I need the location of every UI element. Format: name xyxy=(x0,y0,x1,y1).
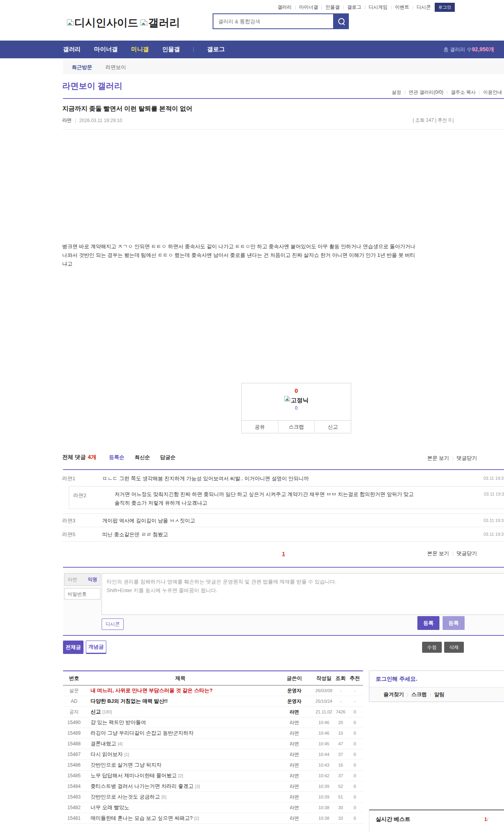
row-author[interactable]: 운영자 xyxy=(276,687,313,694)
post-link[interactable]: 갓반인으로 사는것도 궁금하고 xyxy=(91,794,160,800)
post-link[interactable]: 신고 xyxy=(91,709,101,715)
dccon-button[interactable]: 디시콘 xyxy=(102,618,124,630)
col-title: 제목 xyxy=(85,675,276,682)
vote-actions: 공유 스크랩 신고 xyxy=(242,420,351,433)
gallery-links: 설정 연관 갤러리(0/0) 갤주소 복사 이용안내 xyxy=(392,89,502,96)
comment-author[interactable]: 라면5 xyxy=(62,531,75,538)
delete-button[interactable]: 삭제 xyxy=(444,642,464,653)
site-logo[interactable]: 디시인사이드갤러리 xyxy=(67,16,180,30)
realtime-best-pager[interactable]: 1/ xyxy=(484,817,488,822)
row-author[interactable]: 라면 xyxy=(276,751,313,758)
report-button[interactable]: 신고 xyxy=(314,421,351,433)
comment-author[interactable]: 라면1 xyxy=(62,475,75,482)
vote-box: 0 고정닉 0 공유 스크랩 신고 xyxy=(241,383,351,433)
post-link[interactable]: 갓반인으로 살거면 그냥 뒤지자 xyxy=(91,762,161,768)
post-link[interactable]: 결론내렸고 xyxy=(91,741,116,747)
sort-replies[interactable]: 답글순 xyxy=(160,454,176,461)
topbar-link-event[interactable]: 이벤트 xyxy=(387,4,409,11)
row-author[interactable]: 라면 xyxy=(276,719,313,726)
comment-text-line: 저거면 어느정도 맞춰지긴함 진짜 하면 좆되니까 일단 하고 싶은거 시켜주고… xyxy=(115,491,414,498)
search-input[interactable] xyxy=(213,14,333,28)
post-link[interactable]: 노무 답답해서 제미나이한테 물어봤고 xyxy=(91,773,177,778)
comment-time: 03.11 19:3 xyxy=(484,476,504,481)
close-comments-link[interactable]: 댓글닫기 xyxy=(449,550,477,557)
comment-author[interactable]: 라면2 xyxy=(73,492,86,499)
topbar-link-dcgame[interactable]: 디시게임 xyxy=(361,4,387,11)
comment-submit-button[interactable]: 등록 xyxy=(417,616,439,630)
related-gallery-link[interactable]: 연관 갤러리(0/0) xyxy=(401,89,443,96)
comment-submit-button-secondary[interactable]: 등록 xyxy=(443,616,465,630)
close-comments-link[interactable]: 댓글닫기 xyxy=(449,455,477,462)
row-views: 33 xyxy=(335,816,346,821)
comments-total-label: 전체 댓글 xyxy=(62,454,86,461)
comment-author[interactable]: 라면3 xyxy=(62,517,75,524)
nav-item-minigal-active[interactable]: 미니갤 xyxy=(131,46,149,53)
comment-text: 띠닌 좆소같은덴 ㄹㄹ 첨봤고 xyxy=(102,531,168,538)
topbar-link-dccon[interactable]: 디시콘 xyxy=(409,4,431,11)
post-author[interactable]: 라면 xyxy=(62,117,72,124)
row-author[interactable]: 라면 xyxy=(276,794,313,800)
post-link[interactable]: 다양한 BJ의 거침없는 매력 발산!! xyxy=(91,698,168,704)
comment-name-field[interactable]: 라면 익명 xyxy=(64,573,100,586)
nav-item-gallog[interactable]: 갤로그 xyxy=(207,46,225,53)
page-title[interactable]: 라면보이 갤러리 xyxy=(62,80,122,91)
post-link[interactable]: 너무 오래 빨았노 xyxy=(91,804,129,810)
row-author[interactable]: 라면 xyxy=(276,815,313,822)
broken-image-icon xyxy=(141,19,147,26)
fixed-nick-label: 고정닉 xyxy=(291,397,309,403)
comment-page-1[interactable]: 1 xyxy=(282,551,285,557)
share-button[interactable]: 공유 xyxy=(242,421,278,433)
login-button[interactable]: 로그인 xyxy=(435,3,455,12)
nav-item-gallery[interactable]: 갤러리 xyxy=(63,46,81,53)
sort-registered[interactable]: 등록순 xyxy=(109,454,124,461)
board-header-row: 번호 제목 글쓴이 작성일 조회 추천 xyxy=(63,670,363,685)
row-author[interactable]: 라면 xyxy=(276,804,313,811)
comment-password-input[interactable] xyxy=(65,589,100,599)
copy-url-link[interactable]: 갤주소 복사 xyxy=(443,89,476,96)
row-author[interactable]: 라면 xyxy=(276,709,313,715)
post-datetime: 2026.03.11 19:29:10 xyxy=(79,118,122,123)
gallery-total-count: 총 갤러리 수 92,950개 xyxy=(443,41,494,58)
post-link[interactable]: 라깅아 그냥 우리다같이 손잡고 동반군지하자 xyxy=(91,730,193,736)
tab-favorites[interactable]: 즐겨찾기 xyxy=(384,691,404,698)
post-link[interactable]: 걍 있는 팩트만 받아들여 xyxy=(91,719,146,725)
comment-count: [3] xyxy=(195,784,200,789)
topbar-link-persongal[interactable]: 인물갤 xyxy=(318,4,340,11)
row-author[interactable]: 운영자 xyxy=(276,698,313,705)
recent-visit-gallery[interactable]: 라면보이 xyxy=(106,60,126,74)
best-posts-button[interactable]: 개념글 xyxy=(86,641,106,654)
scrap-button[interactable]: 스크랩 xyxy=(278,421,315,433)
gallery-settings-link[interactable]: 설정 xyxy=(392,89,401,96)
all-posts-button[interactable]: 전체글 xyxy=(63,641,83,654)
post-link[interactable]: 다시 읽어보자 xyxy=(91,751,123,757)
table-row: AD 다양한 BJ의 거침없는 매력 발산!! 운영자 25/10/24 - - xyxy=(63,696,363,707)
tab-alerts[interactable]: 알림 xyxy=(427,691,445,698)
recent-visit-label[interactable]: 최근방문 xyxy=(72,60,92,74)
post-link[interactable]: 좆티스트병 걸려서 나가는거면 차라리 좋겠고 xyxy=(91,783,193,789)
view-post-link[interactable]: 본문 보기 xyxy=(427,455,449,462)
topbar-link-gallog[interactable]: 갤로그 xyxy=(340,4,361,11)
post-link[interactable]: 내 며느리, 사위로 만나면 부담스러울 것 같은 스타는? xyxy=(91,687,213,693)
row-author[interactable]: 라면 xyxy=(276,783,313,790)
row-author[interactable]: 라면 xyxy=(276,773,313,779)
logo-section-text: 갤러리 xyxy=(148,17,180,29)
sort-newest[interactable]: 최신순 xyxy=(135,454,150,461)
post-link[interactable]: 애미들한테 혼나는 모습 보고 싶으면 싸패고? xyxy=(91,815,193,821)
row-author[interactable]: 라면 xyxy=(276,730,313,737)
row-author[interactable]: 라면 xyxy=(276,741,313,747)
nav-item-persongal[interactable]: 인물갤 xyxy=(162,46,180,53)
guide-link[interactable]: 이용안내 xyxy=(476,89,502,96)
nav-item-minorgal[interactable]: 마이너갤 xyxy=(94,46,118,53)
edit-button[interactable]: 수정 xyxy=(422,642,442,653)
topbar-link-minorgal[interactable]: 마이너갤 xyxy=(292,4,318,11)
row-author[interactable]: 라면 xyxy=(276,762,313,769)
search-button[interactable] xyxy=(334,13,349,29)
tab-scrap[interactable]: 스크랩 xyxy=(404,691,427,698)
topbar-link-gallery[interactable]: 갤러리 xyxy=(278,4,292,11)
row-views: 20 xyxy=(335,720,346,725)
meta-divider: | xyxy=(75,118,76,123)
row-date: 10:46 xyxy=(313,720,335,725)
comment-textarea[interactable]: 타인의 권리를 침해하거나 명예를 훼손하는 댓글은 운영원칙 및 관련 법률에… xyxy=(102,573,504,615)
view-post-link[interactable]: 본문 보기 xyxy=(427,550,449,557)
comment-password-field xyxy=(64,588,100,600)
